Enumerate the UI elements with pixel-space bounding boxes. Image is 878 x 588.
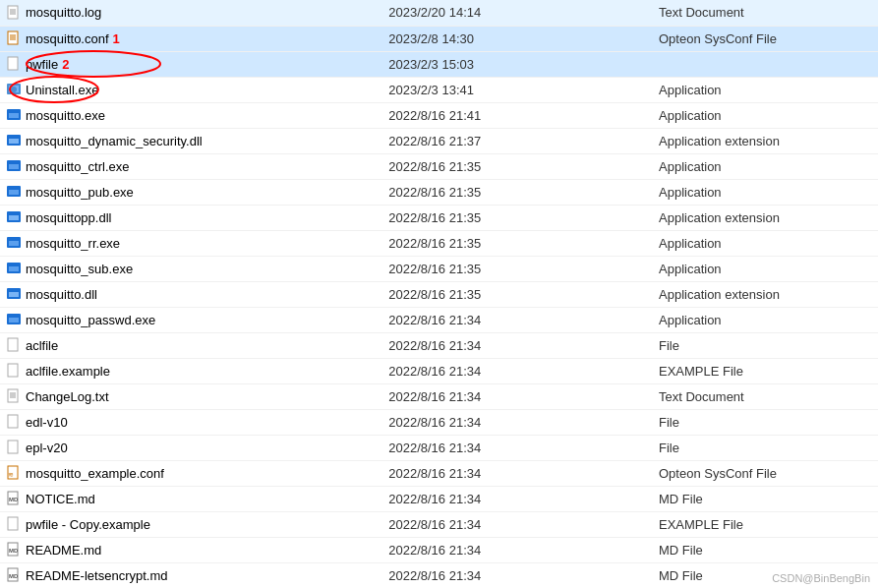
svg-text:MD: MD bbox=[9, 573, 19, 579]
svg-text:MD: MD bbox=[9, 497, 19, 502]
table-row[interactable]: mosquitto_rr.exe2022/8/16 21:35Applicati… bbox=[0, 230, 878, 256]
file-date: 2022/8/16 21:34 bbox=[382, 383, 562, 409]
file-table-body: mosquitto.log2023/2/20 14:14Text Documen… bbox=[0, 0, 878, 588]
table-row[interactable]: MD README.md2022/8/16 21:34MD File bbox=[0, 537, 878, 562]
file-date: 2022/8/16 21:34 bbox=[382, 435, 562, 460]
file-name-cell: edl-v10 bbox=[0, 409, 382, 435]
file-name-cell: mosquitto.conf1 bbox=[0, 26, 382, 51]
table-row[interactable]: mosquitto_sub.exe2022/8/16 21:35Applicat… bbox=[0, 256, 878, 281]
annotation-number: 2 bbox=[62, 57, 69, 72]
file-type: Application bbox=[653, 153, 878, 179]
file-name-cell: aclfile.example bbox=[0, 358, 382, 383]
file-name: mosquitto.log bbox=[26, 5, 101, 20]
file-type: File bbox=[653, 332, 878, 358]
file-name: Uninstall.exe bbox=[26, 83, 98, 97]
table-row[interactable]: mosquitto_pub.exe2022/8/16 21:35Applicat… bbox=[0, 179, 878, 205]
annotation-number: 1 bbox=[113, 31, 120, 46]
file-name-cell: ≋ mosquitto_example.conf bbox=[0, 460, 382, 486]
table-row[interactable]: mosquitto.exe2022/8/16 21:41Application bbox=[0, 102, 878, 128]
table-row[interactable]: aclfile.example2022/8/16 21:34EXAMPLE Fi… bbox=[0, 358, 878, 383]
table-row[interactable]: mosquitto.conf12023/2/8 14:30Opteon SysC… bbox=[0, 26, 878, 51]
file-size bbox=[562, 256, 653, 281]
table-row[interactable]: ≋ mosquitto_example.conf2022/8/16 21:34O… bbox=[0, 460, 878, 486]
file-name-cell: mosquitto.exe bbox=[0, 102, 382, 128]
svg-text:MD: MD bbox=[9, 548, 19, 554]
file-name-cell: mosquitto_ctrl.exe bbox=[0, 153, 382, 179]
file-size bbox=[562, 511, 653, 537]
svg-rect-48 bbox=[8, 441, 18, 453]
table-row[interactable]: mosquittopp.dll2022/8/16 21:35Applicatio… bbox=[0, 205, 878, 230]
svg-point-13 bbox=[11, 87, 17, 92]
file-size bbox=[562, 460, 653, 486]
file-date: 2022/8/16 21:34 bbox=[382, 332, 562, 358]
file-size bbox=[562, 128, 653, 153]
table-row[interactable]: pwfile - Copy.example2022/8/16 21:34EXAM… bbox=[0, 511, 878, 537]
file-size bbox=[562, 179, 653, 205]
file-name-cell: MD README-letsencrypt.md bbox=[0, 562, 382, 588]
file-type: EXAMPLE File bbox=[653, 358, 878, 383]
table-row[interactable]: epl-v202022/8/16 21:34File bbox=[0, 435, 878, 460]
file-name-cell: MD NOTICE.md bbox=[0, 486, 382, 511]
file-date: 2022/8/16 21:34 bbox=[382, 460, 562, 486]
file-date: 2022/8/16 21:34 bbox=[382, 358, 562, 383]
file-name: mosquitto.conf bbox=[26, 31, 109, 46]
file-name-cell: mosquitto_passwd.exe bbox=[0, 307, 382, 332]
file-name-cell: pwfile - Copy.example bbox=[0, 511, 382, 537]
file-date: 2022/8/16 21:34 bbox=[382, 486, 562, 511]
file-size bbox=[562, 230, 653, 256]
file-size bbox=[562, 332, 653, 358]
svg-rect-53 bbox=[8, 517, 18, 530]
file-date: 2022/8/16 21:35 bbox=[382, 179, 562, 205]
file-size bbox=[562, 435, 653, 460]
file-name-cell: mosquitto_rr.exe bbox=[0, 230, 382, 256]
svg-rect-40 bbox=[9, 316, 19, 318]
file-type: Opteon SysConf File bbox=[653, 26, 878, 51]
file-date: 2022/8/16 21:34 bbox=[382, 307, 562, 332]
file-type: Opteon SysConf File bbox=[653, 460, 878, 486]
file-type bbox=[653, 51, 878, 77]
file-size bbox=[562, 281, 653, 307]
file-size bbox=[562, 102, 653, 128]
file-date: 2022/8/16 21:34 bbox=[382, 537, 562, 562]
file-type: Application bbox=[653, 256, 878, 281]
table-row[interactable]: MD NOTICE.md2022/8/16 21:34MD File bbox=[0, 486, 878, 511]
file-type: Application extension bbox=[653, 205, 878, 230]
file-name-cell: mosquitto.log bbox=[0, 0, 382, 26]
file-name-cell: mosquitto_dynamic_security.dll bbox=[0, 128, 382, 153]
file-size bbox=[562, 486, 653, 511]
file-date: 2022/8/16 21:34 bbox=[382, 409, 562, 435]
file-size bbox=[562, 153, 653, 179]
file-date: 2023/2/20 14:14 bbox=[382, 0, 562, 26]
file-name-cell: ChangeLog.txt bbox=[0, 383, 382, 409]
svg-text:≋: ≋ bbox=[8, 471, 14, 478]
table-row[interactable]: mosquitto_dynamic_security.dll2022/8/16 … bbox=[0, 128, 878, 153]
svg-rect-10 bbox=[8, 57, 18, 70]
table-row[interactable]: mosquitto.log2023/2/20 14:14Text Documen… bbox=[0, 0, 878, 26]
file-name-cell: mosquitto.dll bbox=[0, 281, 382, 307]
table-row[interactable]: mosquitto_passwd.exe2022/8/16 21:34Appli… bbox=[0, 307, 878, 332]
file-name: mosquitto_passwd.exe bbox=[26, 313, 155, 327]
table-row[interactable]: MD README-letsencrypt.md2022/8/16 21:34M… bbox=[0, 562, 878, 588]
table-row[interactable]: edl-v102022/8/16 21:34File bbox=[0, 409, 878, 435]
table-container: mosquitto.log2023/2/20 14:14Text Documen… bbox=[0, 0, 878, 588]
file-name-cell: mosquitto_sub.exe bbox=[0, 256, 382, 281]
file-type: MD File bbox=[653, 537, 878, 562]
file-name-cell: mosquitto_pub.exe bbox=[0, 179, 382, 205]
table-row[interactable]: pwfile22023/2/3 15:03 bbox=[0, 51, 878, 77]
file-date: 2022/8/16 21:41 bbox=[382, 102, 562, 128]
table-row[interactable]: mosquitto.dll2022/8/16 21:35Application … bbox=[0, 281, 878, 307]
table-row[interactable]: Uninstall.exe2023/2/3 13:41Application bbox=[0, 77, 878, 102]
file-date: 2022/8/16 21:34 bbox=[382, 562, 562, 588]
table-row[interactable]: ChangeLog.txt2022/8/16 21:34Text Documen… bbox=[0, 383, 878, 409]
svg-rect-37 bbox=[9, 290, 19, 292]
svg-rect-41 bbox=[8, 338, 18, 351]
file-name: mosquitto_pub.exe bbox=[26, 185, 134, 200]
svg-rect-16 bbox=[9, 111, 19, 113]
svg-rect-25 bbox=[9, 188, 19, 190]
file-size bbox=[562, 307, 653, 332]
file-date: 2023/2/8 14:30 bbox=[382, 26, 562, 51]
table-row[interactable]: aclfile2022/8/16 21:34File bbox=[0, 332, 878, 358]
file-type: File bbox=[653, 409, 878, 435]
table-row[interactable]: mosquitto_ctrl.exe2022/8/16 21:35Applica… bbox=[0, 153, 878, 179]
file-date: 2022/8/16 21:35 bbox=[382, 256, 562, 281]
